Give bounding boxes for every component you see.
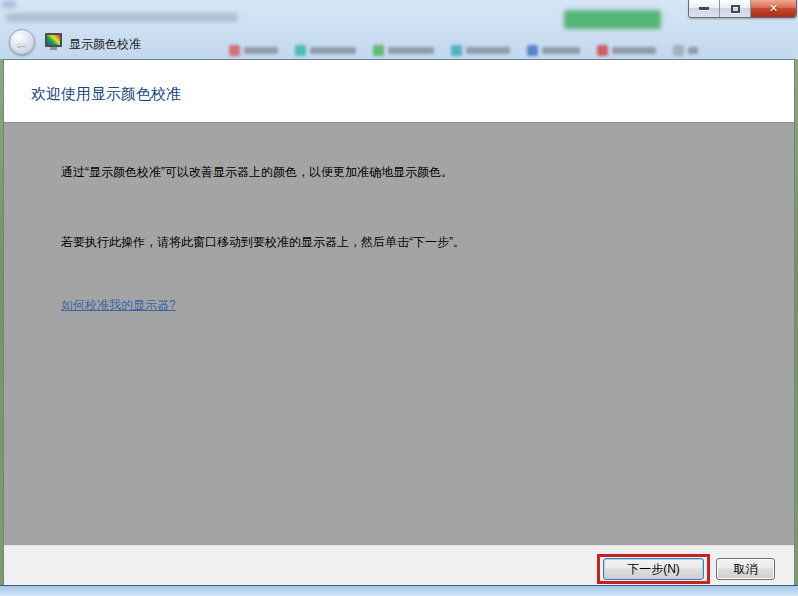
bookmark-favicon	[373, 45, 384, 56]
bookmark-label-blurred	[612, 47, 656, 54]
bookmark-item[interactable]	[229, 45, 278, 56]
bookmark-favicon	[229, 45, 240, 56]
bookmark-favicon	[597, 45, 608, 56]
back-button[interactable]: ←	[9, 29, 35, 55]
blurred-browser-badge[interactable]	[564, 10, 661, 29]
minimize-button[interactable]	[689, 0, 720, 17]
restore-button[interactable]	[720, 0, 751, 17]
minimize-icon	[699, 7, 709, 10]
bookmark-label-blurred	[310, 47, 356, 54]
desktop-edge-left	[0, 59, 3, 585]
window-caption-title: 显示颜色校准	[69, 36, 141, 53]
bookmark-item[interactable]	[295, 45, 356, 56]
bookmark-item[interactable]	[527, 45, 580, 56]
bookmark-label-blurred	[688, 47, 698, 54]
bookmark-favicon	[527, 45, 538, 56]
bookmark-label-blurred	[388, 47, 434, 54]
blurred-browser-logo	[2, 1, 16, 8]
help-link[interactable]: 如何校准我的显示器?	[61, 297, 176, 314]
close-button[interactable]: ✕	[751, 0, 796, 17]
bookmark-item[interactable]	[373, 45, 434, 56]
close-icon: ✕	[769, 3, 778, 14]
page-title: 欢迎使用显示颜色校准	[4, 60, 794, 104]
restore-icon	[731, 5, 740, 13]
bookmark-item[interactable]	[597, 45, 656, 56]
wizard-header: 欢迎使用显示颜色校准	[4, 60, 794, 122]
bookmarks-bar	[229, 44, 698, 57]
window-controls: ✕	[688, 0, 797, 18]
color-calibration-monitor-icon	[45, 33, 62, 47]
back-arrow-icon: ←	[15, 35, 30, 50]
bookmark-label-blurred	[244, 47, 278, 54]
bookmark-favicon	[451, 45, 462, 56]
window-bottom-frame	[0, 585, 798, 596]
wizard-dialog: 欢迎使用显示颜色校准 通过“显示颜色校准”可以改善显示器上的颜色，以便更加准确地…	[3, 59, 795, 585]
instruction-paragraph: 若要执行此操作，请将此窗口移动到要校准的显示器上，然后单击“下一步”。	[61, 181, 754, 251]
bookmark-favicon	[673, 45, 684, 56]
cancel-button[interactable]: 取消	[716, 558, 775, 580]
bookmark-item[interactable]	[451, 45, 510, 56]
bookmark-favicon	[295, 45, 306, 56]
bookmark-label-blurred	[466, 47, 510, 54]
screen: ✕ ← 显示颜色校准 欢迎使用显示颜色校准 通过“显示颜色校准”可以改善显示器上…	[0, 0, 798, 596]
bookmark-label-blurred	[542, 47, 580, 54]
bookmark-item[interactable]	[673, 45, 698, 56]
blurred-tab-title	[6, 13, 238, 22]
wizard-body: 通过“显示颜色校准”可以改善显示器上的颜色，以便更加准确地显示颜色。 若要执行此…	[4, 122, 794, 545]
intro-paragraph: 通过“显示颜色校准”可以改善显示器上的颜色，以便更加准确地显示颜色。	[61, 123, 754, 181]
next-button[interactable]: 下一步(N)	[603, 558, 704, 580]
